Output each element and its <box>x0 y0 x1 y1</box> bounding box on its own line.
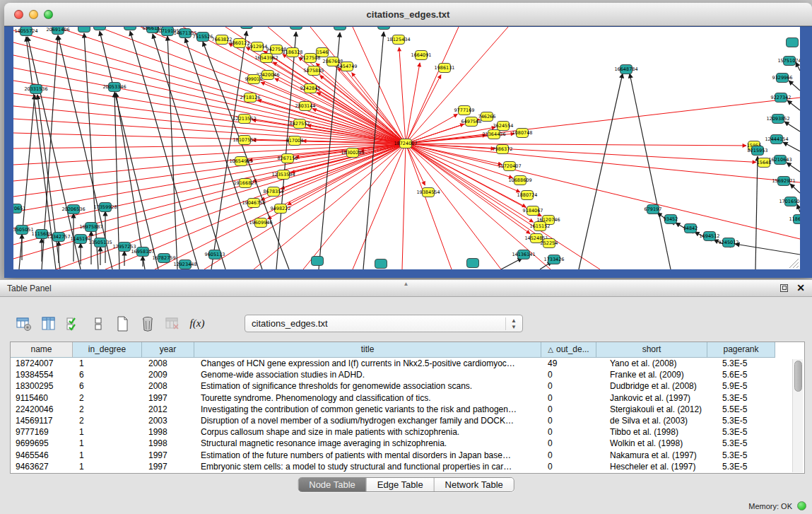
graph-node[interactable]: 7515526 <box>193 33 213 42</box>
graph-node[interactable]: 14136141 <box>512 250 535 259</box>
table-cell-pr[interactable]: 5.3E-5 <box>707 415 775 426</box>
graph-edge[interactable] <box>787 100 800 110</box>
graph-node[interactable]: 999015 <box>245 75 263 84</box>
graph-node[interactable]: 2803144 <box>295 102 316 111</box>
graph-edge[interactable] <box>399 47 406 144</box>
table-cell-name[interactable]: 18300295 <box>11 380 73 392</box>
graph-node[interactable]: 10653287 <box>88 27 111 30</box>
graph-node[interactable]: 8678354 <box>264 187 284 197</box>
graph-node[interactable]: 1694512 <box>700 232 720 241</box>
graph-edge[interactable] <box>406 144 600 269</box>
table-cell-ind[interactable]: 2 <box>73 392 142 404</box>
table-row[interactable]: 911546021997Tourette syndrome. Phenomeno… <box>11 392 804 404</box>
column-header-title[interactable]: title <box>194 342 541 358</box>
table-cell-year[interactable]: 1997 <box>142 450 194 461</box>
graph-node[interactable]: 9242845 <box>300 84 321 93</box>
graph-node[interactable]: 21364436 <box>482 130 505 139</box>
table-cell-short[interactable]: Stergiakouli et al. (2012) <box>596 404 707 415</box>
table-cell-title[interactable]: Genome-wide association studies in ADHD. <box>194 369 541 380</box>
table-cell-year[interactable]: 1998 <box>142 426 194 438</box>
select-columns-button[interactable] <box>40 315 57 332</box>
table-cell-title[interactable]: Estimation of significance thresholds fo… <box>194 380 541 392</box>
function-builder-button[interactable]: f(x) <box>189 315 206 332</box>
scrollbar-thumb[interactable] <box>794 361 802 392</box>
tab-edge-table[interactable]: Edge Table <box>367 478 435 491</box>
graph-node[interactable]: 1664091 <box>411 51 432 60</box>
graph-node[interactable]: 6497568 <box>461 117 482 127</box>
table-cell-year[interactable]: 2012 <box>142 404 194 415</box>
table-row[interactable]: 1938455462009Genome-wide association stu… <box>11 369 804 380</box>
table-cell-title[interactable]: Investigating the contribution of common… <box>194 404 541 415</box>
table-cell-title[interactable]: Disruption of a novel member of a sodium… <box>194 415 541 426</box>
table-cell-short[interactable]: Dudbridge et al. (2008) <box>596 380 707 392</box>
vertical-scrollbar[interactable] <box>792 359 803 472</box>
graph-node[interactable]: 252254 <box>541 239 558 248</box>
graph-node[interactable]: 9184067 <box>523 206 543 216</box>
table-cell-year[interactable]: 1997 <box>142 461 194 472</box>
graph-node[interactable]: 15692971 <box>772 177 795 186</box>
graph-edge[interactable] <box>790 184 800 193</box>
table-cell-short[interactable]: Wolkin et al. (1998) <box>596 438 707 449</box>
table-selector-dropdown[interactable]: citations_edges.txt ▲▼ <box>245 315 523 332</box>
graph-node[interactable]: 1186753 <box>789 215 800 224</box>
table-cell-pr[interactable]: 5.3E-5 <box>707 358 775 369</box>
table-cell-name[interactable]: 9699695 <box>11 438 73 449</box>
graph-edge[interactable] <box>787 163 800 172</box>
graph-node[interactable]: 16958107 <box>131 247 154 257</box>
graph-edge[interactable] <box>501 258 522 269</box>
table-row[interactable]: 946554611997Estimation of the future num… <box>11 450 804 461</box>
table-row[interactable]: 946362711997Embryonic stem cells: a mode… <box>11 461 804 472</box>
graph-edge[interactable] <box>100 31 158 269</box>
table-cell-ind[interactable]: 2 <box>73 404 142 415</box>
table-cell-ind[interactable]: 1 <box>73 438 142 449</box>
table-cell-out[interactable]: 0 <box>541 369 596 380</box>
graph-edge[interactable] <box>630 74 671 269</box>
column-header-out[interactable]: △out_de... <box>541 342 596 358</box>
graph-node[interactable]: 17016504 <box>779 197 800 206</box>
table-row[interactable]: 969969511998Structural magnetic resonanc… <box>11 438 804 449</box>
table-row[interactable]: 2242004622012Investigating the contribut… <box>11 404 804 415</box>
graph-node[interactable]: 15720407 <box>498 162 521 171</box>
table-cell-name[interactable]: 9115460 <box>11 392 73 404</box>
graph-edge[interactable] <box>579 74 623 269</box>
table-row[interactable]: 1456911722003Disruption of a novel membe… <box>11 415 804 426</box>
graph-node[interactable] <box>290 27 302 30</box>
table-cell-name[interactable]: 14569117 <box>11 415 73 426</box>
table-cell-ind[interactable]: 1 <box>73 358 142 369</box>
graph-node[interactable]: 16543962 <box>254 54 278 63</box>
column-header-ind[interactable]: in_degree <box>73 342 142 358</box>
table-cell-out[interactable]: 0 <box>541 380 596 392</box>
graph-node[interactable]: 18300295 <box>341 148 364 158</box>
graph-node[interactable] <box>334 27 346 30</box>
graph-edge[interactable] <box>19 95 35 269</box>
graph-node[interactable]: 19046758 <box>242 199 265 208</box>
table-row[interactable]: 977716911998Corpus callosum shape and si… <box>11 426 804 438</box>
window-titlebar[interactable]: citations_edges.txt <box>4 3 812 26</box>
memory-status[interactable]: Memory: OK <box>748 501 806 510</box>
graph-node[interactable]: 18125434 <box>387 35 410 45</box>
graph-edge[interactable] <box>402 144 406 269</box>
table-cell-short[interactable]: de Silva et al. (2003) <box>596 415 707 426</box>
table-settings-button[interactable] <box>16 315 33 332</box>
graph-node[interactable] <box>375 259 387 269</box>
table-cell-short[interactable]: Jankovic et al. (1997) <box>596 392 707 404</box>
graph-node[interactable]: 1986131 <box>435 64 455 73</box>
graph-edge[interactable] <box>406 27 459 144</box>
table-cell-short[interactable]: Hescheler et al. (1997) <box>596 461 707 472</box>
graph-node[interactable] <box>787 38 799 47</box>
graph-node[interactable]: 12353594 <box>271 170 295 180</box>
table-cell-title[interactable]: Estimation of the future numbers of pati… <box>194 450 541 461</box>
table-row[interactable]: 1830029562008Estimation of significance … <box>11 380 804 392</box>
graph-edge[interactable] <box>13 42 406 144</box>
table-cell-pr[interactable]: 5.6E-5 <box>707 369 775 380</box>
graph-node[interactable]: 917004 <box>286 136 304 146</box>
graph-node[interactable]: 8427552 <box>290 119 310 129</box>
graph-node[interactable]: 13505135 <box>88 238 112 247</box>
graph-edge[interactable] <box>784 122 800 132</box>
graph-node[interactable]: 9498222 <box>271 204 291 214</box>
splitter-handle-icon[interactable]: ▲ <box>404 281 409 287</box>
graph-node[interactable]: 94842 <box>683 224 698 233</box>
table-cell-out[interactable]: 0 <box>541 415 596 426</box>
table-cell-name[interactable]: 9465546 <box>11 450 73 461</box>
table-cell-year[interactable]: 1997 <box>142 392 194 404</box>
